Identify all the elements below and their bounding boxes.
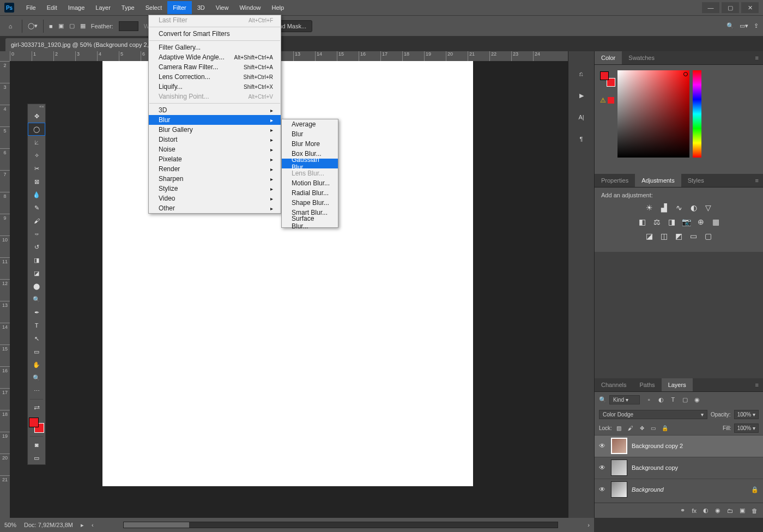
tab-properties[interactable]: Properties (595, 174, 635, 187)
lock-artboard-icon[interactable]: ▭ (649, 424, 658, 432)
gradient-map-icon[interactable]: ▭ (689, 231, 699, 241)
document-tab[interactable]: girl-3033718_1920.jpg @ 50% (Background … (5, 38, 167, 51)
gamut-swatch[interactable] (608, 97, 614, 104)
exposure-icon[interactable]: ◐ (689, 203, 699, 213)
lock-transparent-icon[interactable]: ▧ (615, 424, 623, 432)
fill-value[interactable]: 100% ▾ (734, 424, 759, 433)
new-fill-icon[interactable]: ◉ (715, 507, 720, 514)
workspace-switcher-icon[interactable]: ▭▾ (740, 22, 748, 29)
selection-new-icon[interactable]: ■ (49, 23, 53, 29)
new-layer-icon[interactable]: ▣ (740, 507, 745, 514)
filter-menu-item[interactable]: Noise▸ (149, 144, 281, 154)
blur-submenu-item[interactable]: Motion Blur... (282, 178, 338, 188)
filter-menu-item[interactable]: Render▸ (149, 164, 281, 174)
menu-item-type[interactable]: Type (116, 1, 140, 14)
menu-item-view[interactable]: View (210, 1, 234, 14)
lasso-tool[interactable]: ⟀ (28, 136, 45, 149)
tab-layers[interactable]: Layers (662, 378, 693, 391)
move-tool[interactable]: ✥ (28, 110, 45, 123)
filter-type-icon[interactable]: T (669, 395, 677, 404)
color-balance-icon[interactable]: ⚖ (652, 217, 662, 227)
filter-menu-item[interactable]: Camera Raw Filter...Shift+Ctrl+A (149, 62, 281, 72)
layer-name[interactable]: Background copy 2 (632, 443, 683, 449)
lock-paint-icon[interactable]: 🖌 (626, 424, 635, 432)
tab-adjustments[interactable]: Adjustments (635, 174, 681, 187)
frame-tool[interactable]: ⊠ (28, 175, 45, 188)
screen-mode-icon[interactable]: ▭ (28, 451, 45, 464)
healing-brush-tool[interactable]: ✎ (28, 201, 45, 214)
search-icon[interactable]: 🔍 (726, 22, 734, 29)
menu-item-edit[interactable]: Edit (41, 1, 63, 14)
layer-row[interactable]: 👁 Background copy 2 (595, 435, 763, 457)
maximize-button[interactable]: ▢ (722, 2, 739, 13)
history-panel-icon[interactable]: ⎌ (576, 68, 588, 80)
layer-thumbnail[interactable] (611, 460, 627, 476)
filter-kind-select[interactable]: Kind ▾ (609, 395, 640, 404)
doc-info[interactable]: Doc: 7,92M/23,8M (24, 522, 73, 528)
lock-all-icon[interactable]: 🔒 (661, 424, 669, 432)
eyedropper-tool[interactable]: 💧 (28, 188, 45, 201)
layer-name[interactable]: Background copy (632, 464, 678, 471)
color-swatch-pair[interactable] (600, 71, 612, 83)
filter-menu-item[interactable]: Sharpen▸ (149, 174, 281, 184)
brightness-icon[interactable]: ☀ (645, 203, 655, 213)
tab-swatches[interactable]: Swatches (622, 51, 661, 64)
invert-icon[interactable]: ◪ (645, 231, 655, 241)
scroll-left-icon[interactable]: ‹ (92, 522, 94, 528)
shape-tool[interactable]: ▭ (28, 345, 45, 358)
filter-pixel-icon[interactable]: ▫ (645, 395, 653, 404)
foreground-swatch[interactable] (29, 418, 39, 427)
path-selection-tool[interactable]: ↖ (28, 332, 45, 345)
close-window-button[interactable]: ✕ (741, 2, 759, 13)
filter-menu-item[interactable]: Video▸ (149, 194, 281, 203)
menu-item-layer[interactable]: Layer (90, 1, 116, 14)
vibrance-icon[interactable]: ▽ (704, 203, 713, 213)
blur-submenu-item[interactable]: Shape Blur... (282, 198, 338, 208)
filter-menu-item[interactable]: 3D▸ (149, 105, 281, 115)
filter-shape-icon[interactable]: ▢ (681, 395, 689, 404)
blur-submenu-item[interactable]: Surface Blur... (282, 217, 338, 227)
hue-icon[interactable]: ◧ (637, 217, 647, 227)
horizontal-scrollbar[interactable] (123, 522, 559, 528)
filter-menu-item[interactable]: Distort▸ (149, 135, 281, 144)
marquee-tool[interactable]: ◯ (28, 123, 45, 136)
menu-item-window[interactable]: Window (234, 1, 266, 14)
new-group-icon[interactable]: 🗀 (727, 507, 733, 514)
magic-wand-tool[interactable]: ✧ (28, 149, 45, 162)
filter-menu-item[interactable]: Other▸ (149, 203, 281, 213)
pen-tool[interactable]: ✒ (28, 306, 45, 319)
channel-mixer-icon[interactable]: ⊕ (696, 217, 706, 227)
panel-menu-icon[interactable]: ≡ (751, 51, 763, 64)
blur-submenu-item[interactable]: Radial Blur... (282, 188, 338, 198)
blur-submenu-item[interactable]: Blur (282, 129, 338, 139)
filter-menu-item[interactable]: Filter Gallery... (149, 43, 281, 52)
tab-channels[interactable]: Channels (595, 378, 633, 391)
levels-icon[interactable]: ▟ (659, 203, 669, 213)
filter-menu-item[interactable]: Pixelate▸ (149, 154, 281, 164)
opacity-value[interactable]: 100% ▾ (734, 410, 759, 419)
filter-search-icon[interactable]: 🔍 (599, 396, 607, 403)
color-swatches[interactable] (29, 418, 44, 433)
layer-thumbnail[interactable] (611, 481, 627, 498)
visibility-icon[interactable]: 👁 (599, 464, 607, 471)
dodge-tool[interactable]: 🔍 (28, 293, 45, 306)
bw-icon[interactable]: ◨ (667, 217, 676, 227)
quick-mask-icon[interactable]: ◙ (28, 438, 45, 451)
menu-item-filter[interactable]: Filter (167, 1, 191, 14)
selection-intersect-icon[interactable]: ▦ (80, 22, 86, 29)
tab-styles[interactable]: Styles (681, 174, 711, 187)
play-icon[interactable]: ▶ (576, 89, 588, 101)
blur-submenu-item[interactable]: Gaussian Blur... (282, 159, 338, 168)
filter-adjustment-icon[interactable]: ◐ (657, 395, 665, 404)
menu-item-3d[interactable]: 3D (192, 1, 210, 14)
panel-menu-icon[interactable]: ≡ (751, 174, 763, 187)
layer-thumbnail[interactable] (611, 438, 627, 454)
crop-tool[interactable]: ✂ (28, 162, 45, 175)
scroll-right-icon[interactable]: › (588, 522, 590, 528)
filter-menu-item[interactable]: Liquify...Shift+Ctrl+X (149, 82, 281, 92)
type-tool[interactable]: T (28, 319, 45, 332)
filter-menu-item[interactable]: Blur Gallery▸ (149, 125, 281, 135)
panel-menu-icon[interactable]: ≡ (751, 378, 763, 391)
delete-layer-icon[interactable]: 🗑 (752, 507, 758, 514)
paragraph-panel-icon[interactable]: ¶ (576, 133, 588, 145)
